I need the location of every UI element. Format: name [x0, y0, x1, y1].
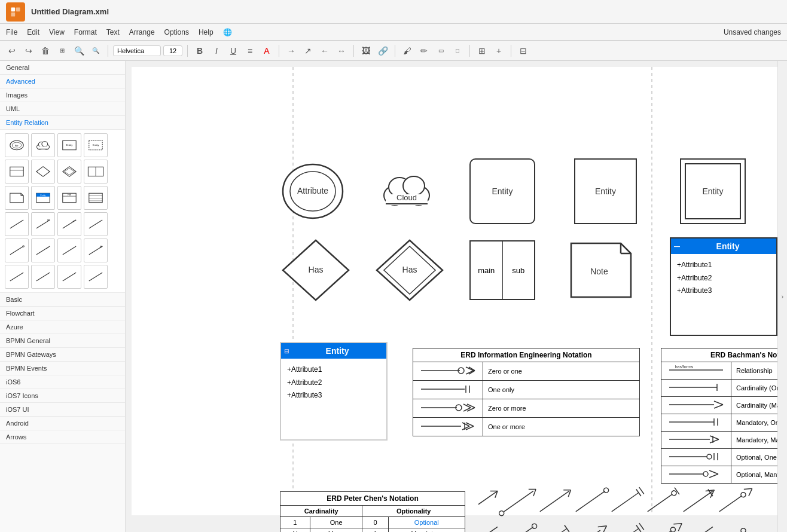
sidebar-item-advanced[interactable]: Advanced	[0, 75, 125, 88]
svg-line-135	[639, 487, 644, 494]
arrow-both-button[interactable]: ↔	[334, 44, 349, 58]
font-size-input[interactable]	[163, 45, 182, 56]
fill-button[interactable]: ▭	[434, 44, 448, 58]
note-shape[interactable]: Note	[568, 240, 634, 300]
menu-view[interactable]: View	[49, 28, 65, 36]
svg-line-161	[676, 524, 684, 531]
sidebar-item-ios6[interactable]: iOS6	[0, 375, 125, 389]
arrow-left-button[interactable]: ←	[318, 44, 332, 58]
entity-blue-right[interactable]: — Entity +Attribute1 +Attribute2 +Attrib…	[670, 237, 777, 336]
zoom-out-button[interactable]: 🔍	[89, 44, 103, 58]
shape-lines-dense[interactable]	[84, 186, 108, 210]
entity-plain-shape[interactable]: Entity	[574, 158, 637, 224]
shape-attribute[interactable]: Attr	[5, 133, 29, 157]
menu-text[interactable]: Text	[106, 28, 120, 36]
shape-line12[interactable]	[84, 265, 108, 289]
line-color-button[interactable]: ✏	[417, 44, 431, 58]
arrow-right-button[interactable]: →	[284, 44, 298, 58]
attribute-shape[interactable]: Attribute	[280, 158, 346, 224]
sidebar-item-arrows[interactable]: Arrows	[0, 430, 125, 444]
shape-line5[interactable]	[5, 239, 29, 262]
image-button[interactable]: 🖼	[359, 44, 373, 58]
sidebar-item-general[interactable]: General	[0, 61, 125, 75]
shape-entity-split[interactable]	[84, 160, 108, 184]
main-sub-shape[interactable]: main sub	[469, 240, 535, 300]
shape-diamond1[interactable]	[31, 160, 55, 184]
sidebar-item-bpmn-gateways[interactable]: BPMN Gateways	[0, 348, 125, 362]
chen-col2-header: Optionality	[362, 506, 465, 517]
erd-chen-title: ERD Peter Chen's Notation	[280, 492, 465, 506]
shape-line10[interactable]	[31, 265, 55, 289]
redo-button[interactable]: ↪	[22, 44, 36, 58]
shape-note[interactable]	[5, 186, 29, 210]
fill-color-button[interactable]: 🖌	[400, 44, 414, 58]
entity-rounded-shape[interactable]: Entity	[469, 158, 535, 224]
shape-line9[interactable]	[5, 265, 29, 289]
font-color-button[interactable]: A	[260, 44, 274, 58]
sidebar-item-bpmn-events[interactable]: BPMN Events	[0, 362, 125, 375]
shape-entity-blue[interactable]: Entity	[31, 186, 55, 210]
sidebar-item-ios7-ui[interactable]: iOS7 UI	[0, 403, 125, 417]
menu-arrange[interactable]: Arrange	[129, 28, 155, 36]
menu-edit[interactable]: Edit	[27, 28, 39, 36]
svg-line-128	[540, 491, 569, 511]
undo-button[interactable]: ↩	[5, 44, 19, 58]
panel-button[interactable]: ⊟	[516, 44, 530, 58]
has1-shape[interactable]: Has	[280, 237, 352, 303]
canvas-area[interactable]: Attribute Cloud Entity	[126, 61, 777, 532]
zoom-in-button[interactable]: 🔍	[72, 44, 86, 58]
sidebar-item-azure[interactable]: Azure	[0, 320, 125, 334]
right-panel-toggle[interactable]: ›	[777, 61, 787, 532]
shape-line8[interactable]	[84, 239, 108, 262]
menu-options[interactable]: Options	[164, 28, 189, 36]
underline-button[interactable]: U	[226, 44, 240, 58]
delete-button[interactable]: 🗑	[38, 44, 53, 58]
svg-rect-2	[11, 12, 16, 16]
entity-double-shape[interactable]: Entity	[680, 158, 746, 224]
shape-entity-plain[interactable]: Entity	[57, 133, 81, 157]
shape-entity-table[interactable]	[5, 160, 29, 184]
sidebar-item-uml[interactable]: UML	[0, 102, 125, 116]
svg-line-121	[478, 491, 498, 511]
shape-line2[interactable]	[31, 212, 55, 236]
sidebar-item-images[interactable]: Images	[0, 88, 125, 102]
menu-file[interactable]: File	[6, 28, 17, 36]
toolbar-sep1	[108, 45, 108, 57]
cloud-shape[interactable]: Cloud	[380, 164, 434, 212]
shadow-button[interactable]: □	[450, 44, 465, 58]
add-button[interactable]: +	[492, 44, 506, 58]
menu-globe[interactable]: 🌐	[223, 28, 232, 36]
svg-line-97	[466, 426, 474, 430]
entity-blue-left[interactable]: ⊟ Entity +Attribute1 +Attribute2 +Attrib…	[280, 342, 388, 441]
link-button[interactable]: 🔗	[376, 44, 390, 58]
shape-line6[interactable]	[31, 239, 55, 262]
arrow-bend-button[interactable]: ↗	[301, 44, 315, 58]
font-family-input[interactable]	[113, 45, 161, 56]
shape-line1[interactable]	[5, 212, 29, 236]
has2-shape[interactable]: Has	[374, 237, 446, 303]
align-button[interactable]: ≡	[243, 44, 257, 58]
sidebar-item-bpmn-general[interactable]: BPMN General	[0, 334, 125, 348]
sidebar-item-android[interactable]: Android	[0, 417, 125, 430]
italic-button[interactable]: I	[209, 44, 224, 58]
bold-button[interactable]: B	[193, 44, 207, 58]
shape-line4[interactable]	[84, 212, 108, 236]
table-button[interactable]: ⊞	[475, 44, 489, 58]
shape-line11[interactable]	[57, 265, 81, 289]
sidebar-item-basic[interactable]: Basic	[0, 293, 125, 307]
menu-help[interactable]: Help	[199, 28, 213, 36]
shape-entity-list[interactable]: Hdr	[57, 186, 81, 210]
sidebar-item-flowchart[interactable]: Flowchart	[0, 307, 125, 320]
shape-line3[interactable]	[57, 212, 81, 236]
sidebar-item-ios7-icons[interactable]: iOS7 Icons	[0, 389, 125, 403]
menu-format[interactable]: Format	[74, 28, 97, 36]
fit-page-button[interactable]: ⊞	[55, 44, 69, 58]
shape-diamond2[interactable]	[57, 160, 81, 184]
shape-line7[interactable]	[57, 239, 81, 262]
shape-entity-dashed[interactable]: Entity	[84, 133, 108, 157]
sidebar-item-entity-relation[interactable]: Entity Relation	[0, 116, 125, 130]
entity-blue-left-attr3: +Attribute3	[287, 389, 380, 402]
sub-label: sub	[512, 266, 524, 275]
erd-ie-row1: Zero or one	[413, 362, 640, 381]
shape-cloud[interactable]	[31, 133, 55, 157]
